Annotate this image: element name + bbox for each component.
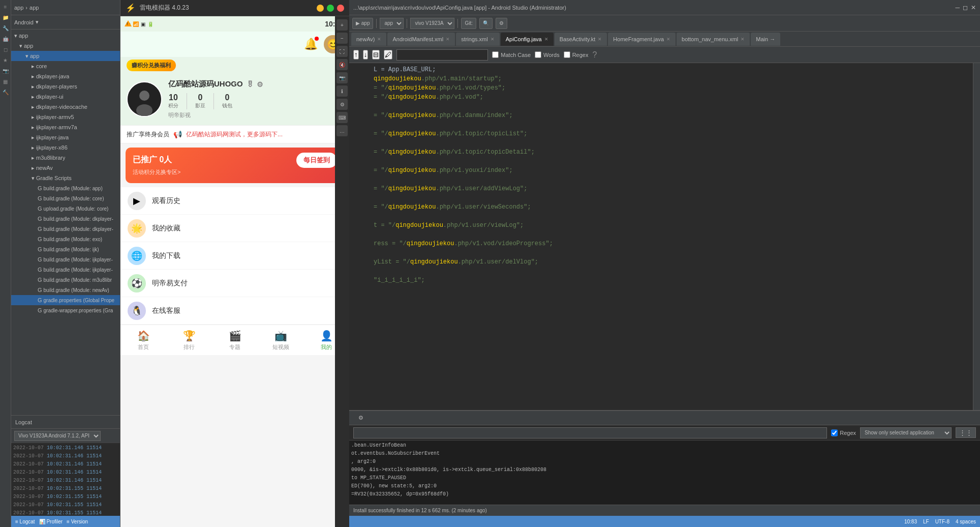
menu-item-payment[interactable]: ⚽ 明帝易支付 ›: [120, 270, 349, 297]
side-icon-android[interactable]: 🤖: [1, 34, 10, 43]
tab-strings[interactable]: strings.xml ✕: [456, 33, 500, 46]
tab-shorts[interactable]: 📺 短视频: [258, 330, 303, 351]
promo-sub-text[interactable]: 活动积分兑换专区>: [133, 168, 337, 176]
side-icon-layout[interactable]: ▦: [1, 77, 10, 86]
side-icon-capture[interactable]: 📷: [1, 66, 10, 75]
profiler-tab[interactable]: 📊 Profiler: [39, 519, 63, 524]
settings-button[interactable]: ⚙: [496, 18, 507, 29]
tree-item-upload-core[interactable]: G upload.gradle (Module: core): [11, 203, 120, 214]
show-only-select[interactable]: Show only selected application: [860, 427, 952, 438]
menu-item-support[interactable]: 🐧 在线客服 ›: [120, 297, 349, 325]
tab-ranking[interactable]: 🏆 排行: [166, 330, 212, 351]
promo-badge[interactable]: 赚积分兑换福利: [127, 60, 176, 71]
menu-item-downloads[interactable]: 🌐 我的下载 ›: [120, 242, 349, 270]
tree-item-build-core[interactable]: G build.gradle (Module: core): [11, 193, 120, 203]
menu-item-history[interactable]: ▶ 观看历史 ›: [120, 187, 349, 215]
words-checkbox[interactable]: [535, 51, 541, 58]
device-select[interactable]: Vivo V1923A Android 7.1.2, API: [14, 431, 101, 441]
side-icon-fav[interactable]: ★: [1, 55, 10, 65]
sidebar-more[interactable]: …: [336, 125, 348, 136]
tree-item-ijkplayer-armv7a[interactable]: ▸ ijkplayer-armv7a: [11, 122, 120, 132]
status-lf[interactable]: LF: [923, 519, 929, 524]
close-icon[interactable]: ✕: [491, 37, 495, 42]
win-minimize-button[interactable]: ─: [955, 4, 960, 11]
find-input[interactable]: [396, 49, 488, 61]
logcat-bottom-tab[interactable]: ≡ Logcat: [15, 519, 35, 524]
side-icon-project2[interactable]: ◻: [1, 45, 10, 54]
device-selector[interactable]: app: [380, 18, 404, 29]
tree-item-core[interactable]: ▸ core: [11, 61, 120, 71]
run-button[interactable]: ▶ app: [352, 18, 373, 29]
regex-checkbox-bottom[interactable]: [831, 427, 838, 438]
tab-apiconfig[interactable]: ApiConfig.java ✕: [501, 33, 554, 46]
tab-topics[interactable]: 🎬 专题: [212, 330, 258, 351]
question-icon[interactable]: ?: [592, 50, 597, 60]
tree-item-app-selected[interactable]: ▾ app: [11, 51, 120, 61]
editor-scroll-map[interactable]: [973, 63, 980, 410]
tree-item-gradle-wrapper[interactable]: G gradle-wrapper.properties (Gra: [11, 305, 120, 315]
match-case-checkbox[interactable]: [492, 51, 499, 58]
tree-item-m3u8library[interactable]: ▸ m3u8library: [11, 153, 120, 163]
tree-item-build-ijkplayer1[interactable]: G build.gradle (Module: ijkplayer-: [11, 254, 120, 265]
close-icon[interactable]: ✕: [377, 37, 381, 42]
tree-item-ijkplayer-x86[interactable]: ▸ ijkplayer-x86: [11, 142, 120, 153]
minimize-button[interactable]: [317, 5, 324, 12]
tab-baseactivity[interactable]: BaseActivity.kt ✕: [555, 33, 607, 46]
side-icon-1[interactable]: ≡: [1, 2, 10, 11]
tab-homefragment[interactable]: HomeFragment.java ✕: [608, 33, 676, 46]
tree-item[interactable]: ▾ app: [11, 41, 120, 51]
tab-bottom-nav[interactable]: bottom_nav_menu.xml ✕: [677, 33, 750, 46]
logcat-dots-button[interactable]: ⋮⋮: [956, 427, 976, 438]
bottom-tab-logcat-icon[interactable]: ⚙: [353, 413, 369, 423]
tree-item-build-dkplayer1[interactable]: G build.gradle (Module: dkplayer-: [11, 214, 120, 224]
side-icon-project[interactable]: 📁: [1, 13, 10, 22]
git-button[interactable]: Git:: [461, 18, 476, 29]
tree-item-build-dkplayer2[interactable]: G build.gradle (Module: dkplayer-: [11, 224, 120, 234]
regex-checkbox[interactable]: [564, 51, 570, 58]
close-icon[interactable]: ✕: [741, 37, 745, 42]
close-icon[interactable]: ✕: [544, 37, 548, 42]
user-avatar[interactable]: [127, 81, 162, 117]
tab-main[interactable]: Main →: [751, 33, 780, 46]
menu-item-favorites[interactable]: 🌟 我的收藏 ›: [120, 215, 349, 242]
sidebar-settings[interactable]: ⚙: [336, 99, 348, 110]
android-dropdown[interactable]: Android: [14, 19, 34, 25]
tree-item-dkplayer-players[interactable]: ▸ dkplayer-players: [11, 81, 120, 92]
win-close-button[interactable]: ✕: [971, 4, 976, 11]
status-encoding[interactable]: UTF-8: [935, 519, 950, 524]
version-tab[interactable]: ≡ Version: [67, 519, 88, 524]
filter-button[interactable]: ⊟: [372, 50, 380, 60]
status-indent[interactable]: 4 spaces: [956, 519, 976, 524]
sidebar-expand[interactable]: ⛶: [336, 46, 348, 57]
sign-in-button[interactable]: 每日签到: [296, 153, 337, 168]
sidebar-mute[interactable]: 🔇: [336, 59, 348, 70]
maximize-button[interactable]: [327, 5, 334, 12]
side-icon-build[interactable]: 🔨: [1, 87, 10, 97]
tree-item-build-ijk[interactable]: G build.gradle (Module: ijk): [11, 244, 120, 254]
tree-item-dkplayer-videocache[interactable]: ▸ dkplayer-videocache: [11, 102, 120, 112]
sidebar-volume-down[interactable]: −: [336, 33, 348, 44]
notification-bell[interactable]: 🔔: [304, 38, 318, 51]
tree-item-ijkplayer-armv5[interactable]: ▸ ijkplayer-armv5: [11, 112, 120, 122]
tree-item-gradle-properties[interactable]: G gradle.properties (Global Prope: [11, 295, 120, 305]
close-icon[interactable]: ✕: [666, 37, 670, 42]
tab-manifest[interactable]: AndroidManifest.xml ✕: [387, 33, 455, 46]
find-next-button[interactable]: ↓: [363, 50, 369, 60]
tree-item-ijkplayer-java[interactable]: ▸ ijkplayer-java: [11, 132, 120, 142]
close-button[interactable]: [337, 5, 344, 12]
tree-item-build-newav[interactable]: G build.gradle (Module: newAv): [11, 285, 120, 295]
status-position[interactable]: 10:83: [904, 519, 917, 524]
side-icon-resource[interactable]: 🔧: [1, 23, 10, 33]
close-icon[interactable]: ✕: [446, 37, 450, 42]
sidebar-volume-up[interactable]: +: [336, 19, 348, 31]
close-icon[interactable]: ✕: [598, 37, 602, 42]
tree-item-dkplayer-java[interactable]: ▸ dkplayer-java: [11, 71, 120, 81]
tab-newav[interactable]: newAv) ✕: [351, 33, 386, 46]
find-prev-button[interactable]: ↑: [353, 50, 359, 60]
tree-item-gradle-scripts[interactable]: ▾ Gradle Scripts: [11, 173, 120, 183]
sidebar-keyboard[interactable]: ⌨: [336, 112, 348, 123]
tab-home[interactable]: 🏠 首页: [120, 330, 166, 351]
tree-item[interactable]: ▾ app: [11, 31, 120, 41]
tree-item-build-ijkplayer2[interactable]: G build.gradle (Module: ijkplayer-: [11, 265, 120, 275]
tree-item-dkplayer-ui[interactable]: ▸ dkplayer-ui: [11, 92, 120, 102]
